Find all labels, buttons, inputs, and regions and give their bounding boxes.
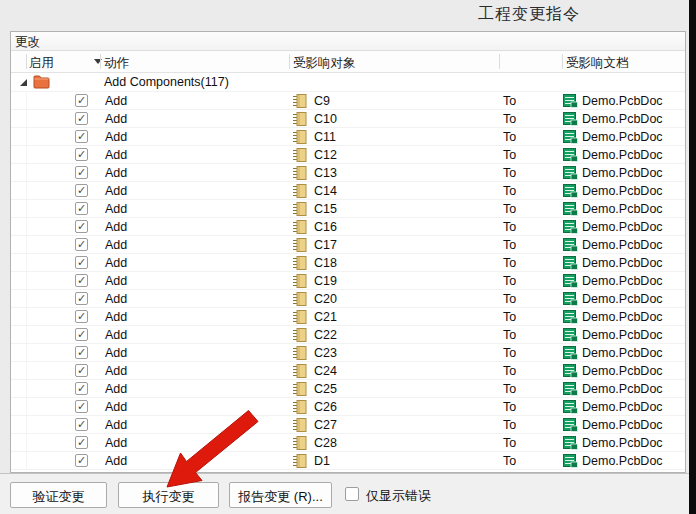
row-action-label: Add xyxy=(105,94,127,108)
row-to-label: To xyxy=(503,202,516,216)
tree-expand-icon[interactable] xyxy=(19,78,28,87)
row-enable-checkbox[interactable]: ✓ xyxy=(75,94,88,107)
pcbdoc-icon xyxy=(563,166,578,180)
table-row[interactable]: ✓ Add C22 To Demo.PcbDoc xyxy=(11,326,685,344)
pcbdoc-icon xyxy=(563,184,578,198)
row-enable-checkbox[interactable]: ✓ xyxy=(75,400,88,413)
column-separator xyxy=(499,54,500,69)
row-action-label: Add xyxy=(105,436,127,450)
row-action-label: Add xyxy=(105,274,127,288)
row-doc-label: Demo.PcbDoc xyxy=(582,400,663,414)
row-enable-checkbox[interactable]: ✓ xyxy=(75,382,88,395)
row-enable-checkbox[interactable]: ✓ xyxy=(75,130,88,143)
table-row[interactable]: ✓ Add C28 To Demo.PcbDoc xyxy=(11,434,685,452)
chip-icon xyxy=(292,364,308,378)
row-to-label: To xyxy=(503,454,516,468)
group-row-add-components[interactable]: Add Components(117) xyxy=(11,73,685,92)
row-enable-checkbox[interactable]: ✓ xyxy=(75,454,88,467)
row-to-label: To xyxy=(503,274,516,288)
column-separator xyxy=(100,54,101,69)
row-action-label: Add xyxy=(105,166,127,180)
chip-icon xyxy=(292,148,308,162)
row-doc-label: Demo.PcbDoc xyxy=(582,220,663,234)
row-enable-checkbox[interactable]: ✓ xyxy=(75,184,88,197)
row-designator: C14 xyxy=(314,184,337,198)
table-row[interactable]: ✓ Add C12 To Demo.PcbDoc xyxy=(11,146,685,164)
table-row[interactable]: ✓ Add C14 To Demo.PcbDoc xyxy=(11,182,685,200)
row-enable-checkbox[interactable]: ✓ xyxy=(75,256,88,269)
pcbdoc-icon xyxy=(563,238,578,252)
row-doc-label: Demo.PcbDoc xyxy=(582,292,663,306)
chip-icon xyxy=(292,220,308,234)
row-to-label: To xyxy=(503,238,516,252)
row-doc-label: Demo.PcbDoc xyxy=(582,274,663,288)
execute-changes-button[interactable]: 执行变更 xyxy=(118,482,219,508)
table-row[interactable]: ✓ Add C13 To Demo.PcbDoc xyxy=(11,164,685,182)
report-changes-button[interactable]: 报告变更 (R)... xyxy=(229,482,332,508)
column-header-enable[interactable]: 启用 xyxy=(29,55,54,72)
row-enable-checkbox[interactable]: ✓ xyxy=(75,292,88,305)
chip-icon xyxy=(292,292,308,306)
row-action-label: Add xyxy=(105,238,127,252)
table-row[interactable]: ✓ Add C11 To Demo.PcbDoc xyxy=(11,128,685,146)
row-doc-label: Demo.PcbDoc xyxy=(582,418,663,432)
row-enable-checkbox[interactable]: ✓ xyxy=(75,418,88,431)
column-header-object[interactable]: 受影响对象 xyxy=(293,55,356,72)
row-to-label: To xyxy=(503,184,516,198)
row-designator: C23 xyxy=(314,346,337,360)
table-row[interactable]: ✓ Add D1 To Demo.PcbDoc xyxy=(11,452,685,470)
row-enable-checkbox[interactable]: ✓ xyxy=(75,364,88,377)
row-action-label: Add xyxy=(105,382,127,396)
validate-changes-button[interactable]: 验证变更 xyxy=(10,482,107,508)
pcbdoc-icon xyxy=(563,148,578,162)
row-enable-checkbox[interactable]: ✓ xyxy=(75,274,88,287)
column-header-action[interactable]: 动作 xyxy=(104,55,129,72)
row-to-label: To xyxy=(503,94,516,108)
footer-bar: 验证变更 执行变更 报告变更 (R)... 仅显示错误 xyxy=(0,473,689,514)
row-action-label: Add xyxy=(105,184,127,198)
table-row[interactable]: ✓ Add C27 To Demo.PcbDoc xyxy=(11,416,685,434)
table-row[interactable]: ✓ Add C25 To Demo.PcbDoc xyxy=(11,380,685,398)
grid-header-row: 启用 动作 受影响对象 受影响文档 xyxy=(11,51,685,73)
changes-section-label: 更改 xyxy=(15,35,40,49)
table-row[interactable]: ✓ Add C17 To Demo.PcbDoc xyxy=(11,236,685,254)
row-enable-checkbox[interactable]: ✓ xyxy=(75,328,88,341)
row-enable-checkbox[interactable]: ✓ xyxy=(75,166,88,179)
dialog-titlebar: 工程变更指令 xyxy=(0,0,689,31)
table-row[interactable]: ✓ Add C19 To Demo.PcbDoc xyxy=(11,272,685,290)
table-row[interactable]: ✓ Add C10 To Demo.PcbDoc xyxy=(11,110,685,128)
row-to-label: To xyxy=(503,346,516,360)
row-enable-checkbox[interactable]: ✓ xyxy=(75,310,88,323)
row-designator: C13 xyxy=(314,166,337,180)
row-enable-checkbox[interactable]: ✓ xyxy=(75,238,88,251)
table-row[interactable]: ✓ Add C20 To Demo.PcbDoc xyxy=(11,290,685,308)
table-row[interactable]: ✓ Add C21 To Demo.PcbDoc xyxy=(11,308,685,326)
row-to-label: To xyxy=(503,310,516,324)
row-doc-label: Demo.PcbDoc xyxy=(582,184,663,198)
row-doc-label: Demo.PcbDoc xyxy=(582,364,663,378)
row-enable-checkbox[interactable]: ✓ xyxy=(75,202,88,215)
pcbdoc-icon xyxy=(563,310,578,324)
table-row[interactable]: ✓ Add C18 To Demo.PcbDoc xyxy=(11,254,685,272)
row-enable-checkbox[interactable]: ✓ xyxy=(75,220,88,233)
row-designator: C9 xyxy=(314,94,330,108)
row-action-label: Add xyxy=(105,364,127,378)
row-enable-checkbox[interactable]: ✓ xyxy=(75,148,88,161)
table-row[interactable]: ✓ Add C23 To Demo.PcbDoc xyxy=(11,344,685,362)
table-row[interactable]: ✓ Add C26 To Demo.PcbDoc xyxy=(11,398,685,416)
row-doc-label: Demo.PcbDoc xyxy=(582,454,663,468)
row-enable-checkbox[interactable]: ✓ xyxy=(75,112,88,125)
table-row[interactable]: ✓ Add C9 To Demo.PcbDoc xyxy=(11,92,685,110)
table-row[interactable]: ✓ Add C16 To Demo.PcbDoc xyxy=(11,218,685,236)
column-header-doc[interactable]: 受影响文档 xyxy=(566,55,629,72)
row-designator: C11 xyxy=(314,130,336,144)
row-action-label: Add xyxy=(105,310,127,324)
table-row[interactable]: ✓ Add C15 To Demo.PcbDoc xyxy=(11,200,685,218)
row-designator: C12 xyxy=(314,148,337,162)
row-doc-label: Demo.PcbDoc xyxy=(582,346,663,360)
row-enable-checkbox[interactable]: ✓ xyxy=(75,346,88,359)
row-enable-checkbox[interactable]: ✓ xyxy=(75,436,88,449)
row-doc-label: Demo.PcbDoc xyxy=(582,202,663,216)
only-show-errors-checkbox[interactable] xyxy=(345,487,359,501)
table-row[interactable]: ✓ Add C24 To Demo.PcbDoc xyxy=(11,362,685,380)
